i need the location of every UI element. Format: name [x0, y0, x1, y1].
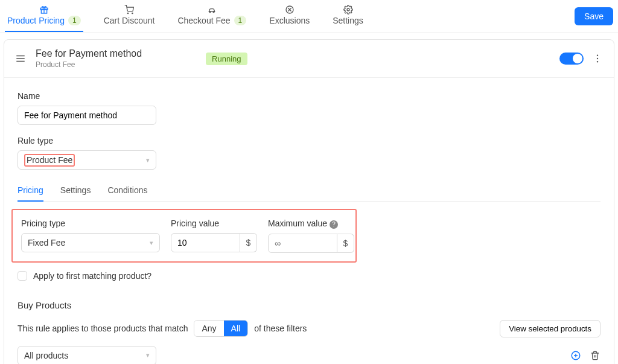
pricing-value-input[interactable]	[171, 233, 240, 252]
match-suffix: of these filters	[254, 324, 307, 333]
status-badge: Running	[206, 53, 247, 65]
subtab-pricing[interactable]: Pricing	[18, 180, 43, 201]
rule-subtitle: Product Fee	[36, 60, 142, 69]
add-filter-button[interactable]	[570, 350, 581, 361]
apply-first-checkbox[interactable]	[18, 271, 27, 281]
rule-card: Fee for Payment method Product Fee Runni…	[4, 39, 614, 364]
cart-icon	[124, 5, 134, 14]
tab-product-pricing[interactable]: Product Pricing1	[5, 1, 83, 31]
apply-first-label: Apply to first matching product?	[33, 271, 151, 281]
help-icon[interactable]: ?	[330, 220, 338, 229]
card-header: Fee for Payment method Product Fee Runni…	[4, 40, 614, 78]
more-icon[interactable]	[592, 53, 603, 64]
subtab-conditions[interactable]: Conditions	[107, 180, 147, 201]
tab-label: Product Pricing	[7, 16, 65, 25]
svg-point-10	[347, 8, 349, 11]
product-filter-select[interactable]: All products ▾	[18, 346, 156, 365]
tab-label: Checkout Fee	[177, 16, 230, 25]
seg-all[interactable]: All	[224, 321, 248, 336]
tab-label: Settings	[333, 16, 363, 25]
ruletype-label: Rule type	[18, 136, 600, 145]
svg-point-16	[597, 61, 598, 62]
pricing-highlight-box: Pricing type Fixed Fee ▾ Pricing value $…	[11, 209, 357, 263]
svg-point-4	[132, 13, 133, 13]
max-value-unit: $	[337, 234, 354, 253]
tab-label: Cart Discount	[104, 16, 155, 25]
pricing-type-value: Fixed Fee	[28, 238, 65, 247]
enable-toggle[interactable]	[559, 53, 584, 65]
menu-icon[interactable]	[15, 53, 26, 64]
gift-icon	[39, 5, 49, 14]
tab-badge: 1	[68, 16, 81, 25]
exclude-icon	[285, 5, 295, 14]
tab-exclusions[interactable]: Exclusions	[267, 1, 312, 31]
product-filter-value: All products	[24, 351, 68, 360]
match-segmented: Any All	[194, 320, 248, 337]
save-button[interactable]: Save	[575, 7, 613, 25]
ruletype-value: Product Fee	[24, 154, 75, 167]
car-icon	[207, 5, 217, 14]
view-selected-button[interactable]: View selected products	[500, 320, 600, 337]
tab-label: Exclusions	[269, 16, 310, 25]
delete-filter-button[interactable]	[590, 350, 600, 361]
seg-any[interactable]: Any	[194, 321, 223, 336]
tab-badge: 1	[234, 16, 247, 25]
name-label: Name	[18, 91, 600, 101]
max-value-input[interactable]	[268, 234, 337, 253]
ruletype-select[interactable]: Product Fee ▾	[18, 150, 156, 170]
match-prefix: This rule applies to those products that…	[18, 324, 188, 333]
gear-icon	[343, 5, 353, 14]
name-input[interactable]	[18, 106, 156, 125]
subtab-settings[interactable]: Settings	[60, 180, 91, 201]
svg-point-3	[127, 13, 128, 13]
pricing-value-label: Pricing value	[171, 219, 257, 228]
tab-cart-discount[interactable]: Cart Discount	[101, 1, 158, 31]
max-value-label: Maximum value?	[268, 219, 354, 229]
svg-point-14	[597, 55, 598, 56]
pricing-value-unit: $	[240, 233, 257, 252]
top-nav: Product Pricing1 Cart Discount Checkout …	[0, 0, 618, 33]
tab-settings[interactable]: Settings	[330, 1, 366, 31]
buy-products-title: Buy Products	[18, 300, 600, 310]
pricing-type-label: Pricing type	[21, 219, 160, 228]
tab-checkout-fee[interactable]: Checkout Fee1	[175, 1, 249, 31]
rule-title: Fee for Payment method	[36, 48, 142, 59]
pricing-type-select[interactable]: Fixed Fee ▾	[21, 233, 160, 252]
chevron-down-icon: ▾	[150, 239, 153, 247]
chevron-down-icon: ▾	[146, 351, 150, 359]
svg-point-15	[597, 58, 598, 59]
chevron-down-icon: ▾	[146, 156, 150, 164]
